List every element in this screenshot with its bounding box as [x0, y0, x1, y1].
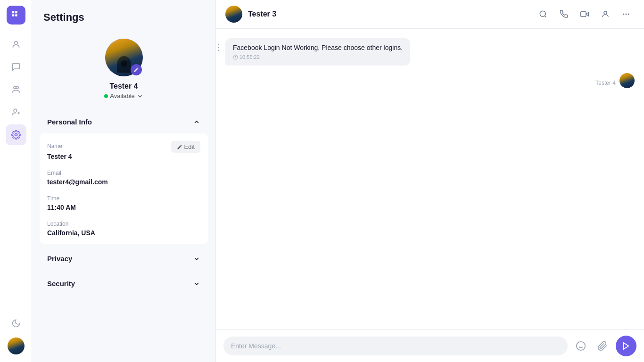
privacy-chevron: [193, 255, 200, 263]
security-section: Security: [40, 273, 208, 294]
svg-point-17: [626, 14, 627, 15]
sidebar-item-profile[interactable]: [6, 336, 26, 356]
icon-bar: [0, 0, 32, 362]
message-time: 10:55:22: [233, 54, 403, 60]
emoji-button[interactable]: [572, 337, 589, 354]
svg-rect-3: [15, 14, 17, 16]
pencil-icon: [133, 67, 139, 73]
attach-button[interactable]: [594, 337, 611, 354]
svg-rect-2: [12, 14, 14, 16]
chat-header: Tester 3: [216, 0, 644, 29]
svg-point-20: [577, 342, 585, 350]
clock-icon: [233, 55, 238, 60]
avatar-edit-button[interactable]: [131, 64, 142, 75]
location-value: California, USA: [47, 229, 200, 237]
name-label: Name: [47, 143, 62, 149]
send-icon: [622, 342, 630, 350]
personal-info-label: Personal Info: [47, 118, 92, 126]
settings-title: Settings: [32, 0, 215, 31]
time-value: 11:40 AM: [47, 204, 200, 211]
logo-icon: [11, 10, 21, 20]
svg-point-15: [604, 11, 607, 14]
privacy-section: Privacy: [40, 248, 208, 269]
profile-section: Tester 4 Available: [32, 31, 215, 111]
sidebar-item-settings[interactable]: [6, 124, 26, 145]
message-item-right: Tester 4: [225, 73, 635, 88]
phone-icon: [560, 10, 568, 18]
svg-marker-23: [624, 343, 629, 349]
email-row: Email tester4@gmail.com: [47, 170, 200, 186]
svg-line-12: [545, 16, 546, 17]
email-label: Email: [47, 170, 200, 176]
name-value: Tester 4: [47, 153, 200, 160]
video-call-button[interactable]: [576, 6, 593, 23]
chat-contact-name: Tester 3: [248, 10, 529, 18]
emoji-icon: [576, 341, 586, 351]
message-text: Facebook Login Not Working. Please choos…: [233, 44, 403, 51]
sidebar-item-dark-mode[interactable]: [6, 313, 26, 334]
message-item: ⋮ Facebook Login Not Working. Please cho…: [225, 38, 635, 66]
location-row: Location California, USA: [47, 221, 200, 237]
attach-icon: [597, 341, 608, 351]
svg-point-6: [16, 86, 18, 89]
name-row: Name Edit Tester 4: [47, 141, 200, 160]
svg-point-18: [628, 14, 629, 15]
personal-info-content: Name Edit Tester 4 Email tester4@gmail.c…: [40, 133, 208, 244]
svg-point-11: [540, 11, 545, 16]
more-horizontal-icon: [622, 10, 630, 18]
personal-info-chevron: [193, 118, 200, 126]
personal-info-section: Personal Info Name Edit Tester 4: [40, 111, 208, 244]
email-value: tester4@gmail.com: [47, 178, 200, 186]
search-icon: [539, 10, 547, 18]
more-options-button[interactable]: [618, 6, 635, 23]
message-timestamp: 10:55:22: [239, 54, 260, 60]
settings-panel: Settings Tester 4 Available Personal Inf…: [32, 0, 216, 362]
sidebar-item-group[interactable]: [6, 79, 26, 100]
profile-name: Tester 4: [109, 82, 138, 90]
status-dot: [104, 94, 108, 98]
security-label: Security: [47, 280, 75, 288]
app-logo: [7, 6, 25, 25]
voice-call-button[interactable]: [555, 6, 572, 23]
personal-info-header[interactable]: Personal Info: [40, 111, 208, 132]
contacts-icon: [11, 40, 21, 49]
svg-point-4: [14, 41, 17, 44]
chat-input-area: [216, 329, 644, 362]
video-icon: [580, 10, 589, 18]
sender-avatar: [619, 73, 635, 88]
sidebar-item-contacts[interactable]: [6, 34, 26, 55]
svg-rect-14: [581, 12, 586, 17]
send-button[interactable]: [616, 336, 636, 356]
security-header[interactable]: Security: [40, 273, 208, 294]
sidebar-item-chat[interactable]: [6, 57, 26, 77]
edit-pencil-icon: [177, 144, 182, 150]
user-avatar: [8, 337, 25, 354]
security-chevron: [193, 280, 200, 288]
location-label: Location: [47, 221, 200, 227]
svg-rect-0: [12, 11, 14, 14]
message-sender: Tester 4: [595, 80, 616, 86]
chevron-down-icon: [137, 93, 143, 99]
contact-info-button[interactable]: [597, 6, 614, 23]
status-badge[interactable]: Available: [104, 92, 143, 99]
person-outline-icon: [601, 10, 610, 18]
svg-point-7: [14, 109, 17, 112]
search-chat-button[interactable]: [535, 6, 552, 23]
chat-area: Tester 3: [216, 0, 644, 362]
time-row: Time 11:40 AM: [47, 195, 200, 211]
status-label: Available: [110, 92, 135, 99]
chat-messages: ⋮ Facebook Login Not Working. Please cho…: [216, 29, 644, 329]
group-icon: [11, 85, 21, 94]
message-bubble: Facebook Login Not Working. Please choos…: [225, 38, 410, 66]
chat-header-actions: [535, 6, 635, 23]
message-input[interactable]: [223, 337, 568, 355]
privacy-label: Privacy: [47, 255, 72, 263]
message-menu-button[interactable]: ⋮: [216, 42, 223, 52]
edit-label: Edit: [184, 143, 195, 150]
sidebar-item-add-user[interactable]: [6, 102, 26, 123]
chat-contact-avatar: [225, 6, 242, 23]
privacy-header[interactable]: Privacy: [40, 248, 208, 269]
moon-icon: [11, 319, 21, 328]
svg-point-10: [15, 134, 17, 136]
edit-name-button[interactable]: Edit: [171, 141, 200, 153]
